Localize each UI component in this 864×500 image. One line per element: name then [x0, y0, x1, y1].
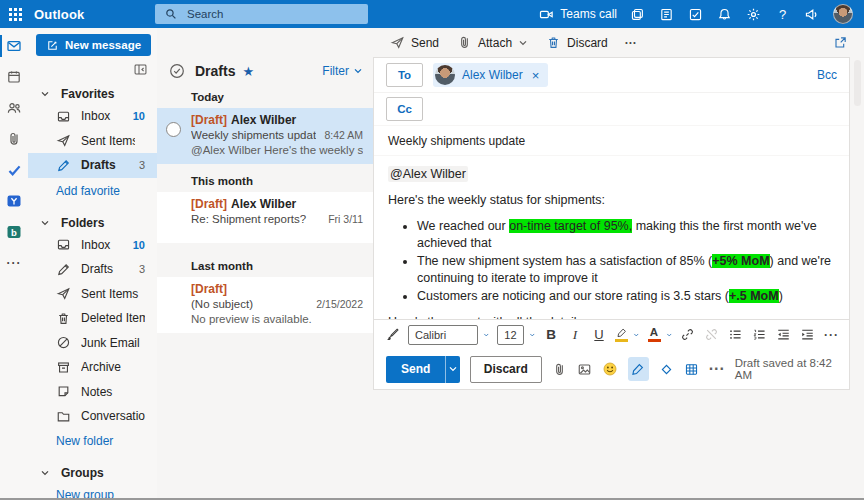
folder-item-deleted[interactable]: Deleted Items [28, 306, 157, 331]
font-family-select[interactable]: Calibri [408, 325, 478, 345]
recipient-chip[interactable]: Alex Wilber × [433, 63, 548, 87]
scrollbar-thumb[interactable] [854, 60, 861, 106]
insert-table-button[interactable] [684, 362, 699, 377]
increase-indent-button[interactable] [800, 327, 816, 342]
list-section-this-month: This month [157, 170, 373, 192]
add-favorite-link[interactable]: Add favorite [28, 178, 157, 204]
teams-call-button[interactable]: Teams call [533, 0, 623, 28]
folders-header[interactable]: Folders [28, 213, 157, 233]
collapse-folder-pane-button[interactable] [133, 62, 148, 77]
rail-more-button[interactable]: ··· [0, 255, 28, 271]
bold-button[interactable]: B [543, 327, 559, 342]
chevron-down-icon[interactable] [483, 330, 489, 340]
remove-link-button[interactable] [704, 327, 720, 342]
subject-field[interactable]: Weekly shipments update [374, 126, 849, 156]
decrease-indent-button[interactable] [776, 327, 792, 342]
toolbar-more-button[interactable]: ··· [617, 36, 645, 50]
rail-bookings-button[interactable] [0, 224, 28, 240]
my-day-button[interactable] [623, 0, 652, 28]
font-size-select[interactable]: 12 [497, 325, 523, 345]
mention-pill[interactable]: @Alex Wilber [388, 166, 468, 182]
notes-feed-button[interactable] [652, 0, 681, 28]
select-all-icon[interactable] [169, 63, 185, 79]
format-painter-button[interactable] [384, 327, 400, 342]
folder-item-inbox[interactable]: Inbox 10 [28, 233, 157, 258]
cc-button[interactable]: Cc [386, 97, 423, 121]
insert-emoji-button[interactable] [602, 361, 618, 377]
draft-tag: [Draft] [191, 282, 227, 296]
folder-item-sent[interactable]: Sent Items [28, 282, 157, 307]
rail-files-button[interactable] [0, 131, 28, 147]
green-highlight: +.5 MoM [729, 289, 779, 303]
message-body-editor[interactable]: @Alex Wilber Here's the weekly status fo… [374, 156, 849, 319]
drafts-pencil-icon [56, 158, 71, 173]
settings-button[interactable] [739, 0, 768, 28]
message-row[interactable]: [Draft]Alex Wilber Weekly shipments upda… [157, 108, 373, 164]
send-split-button[interactable]: Send [386, 356, 460, 383]
new-folder-link[interactable]: New folder [28, 429, 157, 454]
todo-tasks-button[interactable] [681, 0, 710, 28]
editor-button[interactable] [628, 357, 649, 381]
rail-calendar-button[interactable] [0, 69, 28, 85]
search-input[interactable]: Search [155, 4, 368, 24]
numbered-list-button[interactable] [752, 327, 768, 342]
action-more-button[interactable]: ··· [709, 360, 725, 378]
remove-recipient-icon[interactable]: × [532, 68, 540, 83]
discard-toolbar-button[interactable]: Discard [537, 30, 617, 56]
help-button[interactable]: ? [768, 0, 797, 28]
italic-button[interactable]: I [567, 327, 583, 343]
favorite-item-drafts[interactable]: Drafts 3 [28, 153, 157, 178]
filter-button[interactable]: Filter [322, 64, 363, 78]
attach-button[interactable]: Attach [448, 30, 537, 56]
groups-header[interactable]: Groups [28, 463, 157, 483]
rail-people-button[interactable] [0, 100, 28, 116]
folder-item-drafts[interactable]: Drafts 3 [28, 257, 157, 282]
send-options-button[interactable] [445, 356, 459, 383]
favorites-title: Favorites [61, 87, 114, 101]
insert-picture-button[interactable] [577, 362, 592, 377]
message-row[interactable]: [Draft] (No subject)2/15/2022 No preview… [157, 277, 373, 333]
chevron-down-icon [40, 468, 50, 478]
scrollbar-track[interactable] [851, 57, 864, 498]
windows-icon [630, 7, 645, 22]
app-launcher-button[interactable] [0, 0, 30, 28]
favorites-header[interactable]: Favorites [28, 84, 157, 104]
message-row[interactable]: [Draft]Alex Wilber Re: Shipment reports?… [157, 192, 373, 243]
folder-item-junk[interactable]: Junk Email [28, 331, 157, 356]
message-preview: @Alex Wilber Here's the weekly status ..… [191, 143, 363, 158]
bulleted-list-button[interactable] [728, 327, 744, 342]
send-button[interactable]: Send [386, 356, 445, 383]
insert-link-button[interactable] [680, 327, 696, 342]
new-message-button[interactable]: New message [36, 34, 151, 56]
yammer-icon [6, 193, 22, 209]
message-select-radio[interactable] [166, 122, 181, 137]
rail-mail-button[interactable] [0, 38, 28, 54]
discard-button[interactable]: Discard [470, 356, 542, 383]
diamond-icon [659, 362, 674, 377]
favorite-star-icon[interactable]: ★ [242, 64, 254, 79]
account-avatar[interactable] [833, 4, 853, 24]
send-toolbar-button[interactable]: Send [381, 30, 448, 56]
rail-yammer-button[interactable] [0, 193, 28, 209]
bcc-link[interactable]: Bcc [817, 68, 837, 82]
folder-item-archive[interactable]: Archive [28, 355, 157, 380]
underline-button[interactable]: U [591, 327, 607, 342]
feedback-button[interactable] [797, 0, 826, 28]
rail-todo-button[interactable] [0, 162, 28, 178]
sensitivity-button[interactable] [659, 362, 674, 377]
font-color-button[interactable]: A [648, 327, 661, 342]
open-in-new-window-button[interactable] [825, 35, 856, 50]
chevron-down-icon[interactable] [529, 330, 535, 340]
chevron-down-icon[interactable] [633, 330, 639, 340]
folder-item-notes[interactable]: Notes [28, 380, 157, 405]
notifications-button[interactable] [710, 0, 739, 28]
chevron-down-icon[interactable] [666, 330, 672, 340]
favorite-item-sent[interactable]: Sent Items [28, 129, 157, 154]
highlight-color-button[interactable] [615, 327, 628, 342]
favorite-item-inbox[interactable]: Inbox 10 [28, 104, 157, 129]
attach-file-button[interactable] [552, 362, 567, 377]
app-rail: ··· [0, 28, 28, 498]
folder-item-conversation-history[interactable]: Conversation His... [28, 404, 157, 429]
formatting-more-button[interactable]: ··· [824, 328, 839, 342]
to-button[interactable]: To [386, 63, 423, 87]
